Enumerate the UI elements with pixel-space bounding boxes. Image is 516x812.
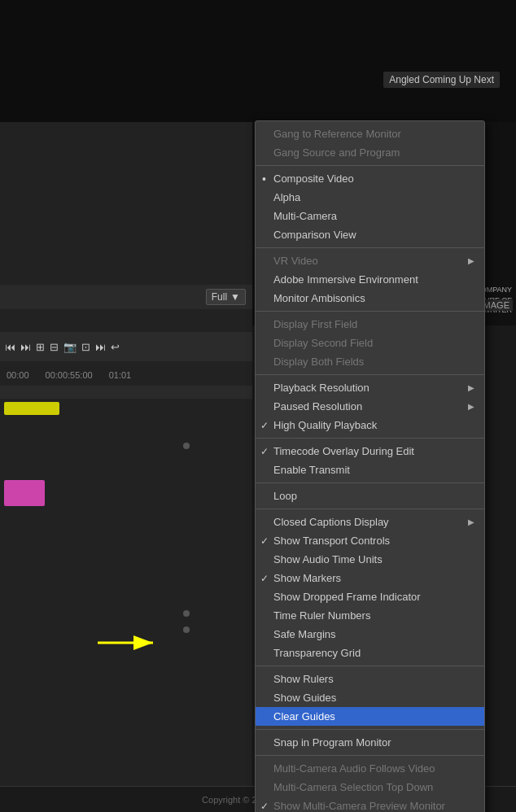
menu-item-safe-margins[interactable]: Safe Margins — [256, 625, 484, 644]
video-clip-pink[interactable] — [4, 480, 45, 506]
menu-item-show-rulers[interactable]: Show Rulers — [256, 670, 484, 688]
menu-item-multicam-audio: Multi-Camera Audio Follows Video — [256, 759, 484, 778]
menu-item-show-transport[interactable]: Show Transport Controls — [256, 531, 484, 550]
top-area — [0, 0, 516, 122]
menu-separator — [256, 247, 484, 248]
menu-item-label-show-markers: Show Markers — [273, 572, 341, 584]
menu-item-label-closed-captions: Closed Captions Display — [273, 516, 389, 528]
submenu-arrow-closed-captions: ▶ — [468, 517, 474, 526]
menu-item-label-vr-video: VR Video — [273, 255, 318, 267]
menu-item-label-gang-src: Gang Source and Program — [273, 146, 400, 159]
menu-item-show-markers[interactable]: Show Markers — [256, 569, 484, 587]
menu-item-high-quality[interactable]: High Quality Playback — [256, 416, 484, 434]
menu-item-label-multicam-select: Multi-Camera Selection Top Down — [273, 781, 433, 793]
menu-item-loop[interactable]: Loop — [256, 487, 484, 505]
transport-controls: ⏮ ⏭ ⊞ ⊟ 📷 ⊡ ⏭ ↩ — [0, 332, 252, 361]
menu-item-label-clear-guides: Clear Guides — [273, 710, 335, 723]
menu-item-label-time-ruler: Time Ruler Numbers — [273, 609, 370, 622]
menu-item-label-multi-camera: Multi-Camera — [273, 210, 337, 222]
timecode-end: 01:01 — [109, 370, 132, 380]
menu-separator — [256, 729, 484, 730]
menu-item-label-snap-program: Snap in Program Monitor — [273, 736, 391, 749]
scroll-dot-3 — [183, 626, 190, 633]
angled-label: Angled Coming Up Next — [383, 72, 500, 88]
play-to-start-button[interactable]: ⏮ — [5, 341, 15, 353]
timeline-area: Full ▼ ⏮ ⏭ ⊞ ⊟ 📷 ⊡ ⏭ ↩ 00:00 00:00:55:00… — [0, 122, 252, 812]
menu-separator — [256, 438, 484, 439]
menu-item-label-comparison-view: Comparison View — [273, 229, 356, 241]
menu-separator — [256, 165, 484, 166]
menu-item-label-display-both: Display Both Fields — [273, 356, 364, 368]
menu-item-label-show-audio-units: Show Audio Time Units — [273, 553, 383, 565]
menu-item-alpha[interactable]: Alpha — [256, 188, 484, 207]
menu-item-label-alpha: Alpha — [273, 191, 300, 203]
menu-item-display-both: Display Both Fields — [256, 352, 484, 371]
menu-item-label-monitor-ambisonics: Monitor Ambisonics — [273, 292, 365, 304]
menu-item-playback-res[interactable]: Playback Resolution▶ — [256, 378, 484, 397]
menu-item-vr-video: VR Video▶ — [256, 251, 484, 270]
menu-separator — [256, 509, 484, 509]
menu-item-label-loop: Loop — [273, 490, 297, 502]
timecode-start: 00:00 — [7, 370, 29, 380]
menu-item-label-paused-res: Paused Resolution — [273, 400, 362, 413]
menu-item-transparency-grid[interactable]: Transparency Grid — [256, 644, 484, 662]
menu-item-label-playback-res: Playback Resolution — [273, 382, 370, 394]
menu-item-label-multicam-audio: Multi-Camera Audio Follows Video — [273, 762, 435, 775]
menu-item-label-show-rulers: Show Rulers — [273, 673, 334, 685]
menu-item-label-show-dropped: Show Dropped Frame Indicator — [273, 591, 421, 603]
menu-item-composite-video[interactable]: Composite Video — [256, 169, 484, 188]
overwrite-button[interactable]: ⊟ — [50, 341, 59, 353]
menu-separator — [256, 666, 484, 666]
menu-item-multi-camera[interactable]: Multi-Camera — [256, 207, 484, 225]
video-clip-yellow[interactable] — [4, 402, 59, 415]
timeline-ruler — [0, 386, 252, 399]
submenu-arrow-playback-res: ▶ — [468, 383, 474, 392]
menu-item-monitor-ambisonics[interactable]: Monitor Ambisonics — [256, 289, 484, 308]
submenu-arrow-paused-res: ▶ — [468, 402, 474, 411]
timecode-mid: 00:00:55:00 — [46, 370, 93, 380]
menu-item-show-audio-units[interactable]: Show Audio Time Units — [256, 550, 484, 569]
menu-item-label-enable-transmit: Enable Transmit — [273, 464, 350, 476]
menu-item-closed-captions[interactable]: Closed Captions Display▶ — [256, 513, 484, 531]
menu-item-label-composite-video: Composite Video — [273, 172, 354, 185]
chevron-down-icon: ▼ — [230, 291, 240, 303]
undo-button[interactable]: ↩ — [111, 341, 120, 353]
menu-separator — [256, 311, 484, 312]
menu-separator — [256, 374, 484, 375]
menu-item-display-first: Display First Field — [256, 315, 484, 334]
menu-item-show-multicam: Show Multi-Camera Preview Monitor — [256, 797, 484, 812]
insert-button[interactable]: ⊞ — [36, 341, 45, 353]
camera-button[interactable]: 📷 — [63, 341, 77, 353]
menu-item-snap-program[interactable]: Snap in Program Monitor — [256, 733, 484, 752]
submenu-arrow-vr-video: ▶ — [468, 256, 474, 265]
menu-item-label-timecode-overlay: Timecode Overlay During Edit — [273, 445, 414, 457]
menu-item-label-transparency-grid: Transparency Grid — [273, 647, 361, 659]
step-forward-button[interactable]: ⏭ — [20, 341, 31, 353]
menu-item-multicam-select: Multi-Camera Selection Top Down — [256, 778, 484, 797]
menu-item-label-display-first: Display First Field — [273, 318, 357, 330]
menu-item-show-guides[interactable]: Show Guides — [256, 688, 484, 707]
menu-item-label-gang-ref: Gang to Reference Monitor — [273, 128, 401, 140]
menu-item-display-second: Display Second Field — [256, 334, 484, 352]
menu-separator — [256, 755, 484, 756]
menu-item-label-safe-margins: Safe Margins — [273, 628, 336, 640]
scroll-dot-1 — [183, 443, 190, 449]
menu-item-label-show-guides: Show Guides — [273, 692, 336, 704]
menu-item-clear-guides[interactable]: Clear Guides — [256, 707, 484, 726]
menu-item-label-adobe-immersive: Adobe Immersive Environment — [273, 273, 418, 286]
timecode-row: 00:00 00:00:55:00 01:01 — [0, 365, 252, 386]
menu-item-enable-transmit[interactable]: Enable Transmit — [256, 461, 484, 479]
menu-item-label-show-transport: Show Transport Controls — [273, 535, 390, 547]
menu-item-time-ruler[interactable]: Time Ruler Numbers — [256, 606, 484, 625]
context-menu: Gang to Reference MonitorGang Source and… — [255, 120, 485, 812]
resolution-dropdown[interactable]: Full ▼ — [206, 289, 246, 305]
timeline-header: Full ▼ — [0, 285, 252, 309]
menu-item-label-show-multicam: Show Multi-Camera Preview Monitor — [273, 800, 445, 812]
lift-button[interactable]: ⊡ — [81, 341, 90, 353]
menu-item-paused-res[interactable]: Paused Resolution▶ — [256, 397, 484, 416]
extract-button[interactable]: ⏭ — [95, 341, 106, 353]
menu-item-show-dropped[interactable]: Show Dropped Frame Indicator — [256, 587, 484, 606]
menu-item-adobe-immersive[interactable]: Adobe Immersive Environment — [256, 270, 484, 289]
menu-item-timecode-overlay[interactable]: Timecode Overlay During Edit — [256, 442, 484, 461]
menu-item-comparison-view[interactable]: Comparison View — [256, 225, 484, 244]
